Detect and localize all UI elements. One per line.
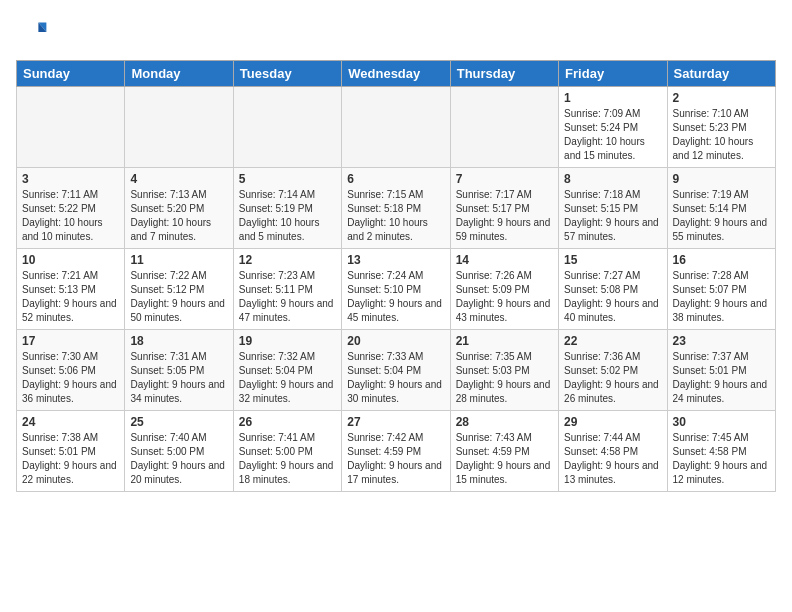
day-header: Wednesday — [342, 61, 450, 87]
day-info: Sunrise: 7:42 AM Sunset: 4:59 PM Dayligh… — [347, 431, 444, 487]
day-number: 25 — [130, 415, 227, 429]
day-number: 21 — [456, 334, 553, 348]
day-number: 26 — [239, 415, 336, 429]
day-number: 17 — [22, 334, 119, 348]
day-number: 28 — [456, 415, 553, 429]
day-info: Sunrise: 7:37 AM Sunset: 5:01 PM Dayligh… — [673, 350, 770, 406]
calendar-cell — [233, 87, 341, 168]
calendar-cell: 24Sunrise: 7:38 AM Sunset: 5:01 PM Dayli… — [17, 411, 125, 492]
calendar-cell: 17Sunrise: 7:30 AM Sunset: 5:06 PM Dayli… — [17, 330, 125, 411]
day-number: 16 — [673, 253, 770, 267]
day-info: Sunrise: 7:45 AM Sunset: 4:58 PM Dayligh… — [673, 431, 770, 487]
day-header: Tuesday — [233, 61, 341, 87]
calendar-cell: 19Sunrise: 7:32 AM Sunset: 5:04 PM Dayli… — [233, 330, 341, 411]
calendar-cell: 8Sunrise: 7:18 AM Sunset: 5:15 PM Daylig… — [559, 168, 667, 249]
day-info: Sunrise: 7:21 AM Sunset: 5:13 PM Dayligh… — [22, 269, 119, 325]
calendar-cell: 22Sunrise: 7:36 AM Sunset: 5:02 PM Dayli… — [559, 330, 667, 411]
day-info: Sunrise: 7:24 AM Sunset: 5:10 PM Dayligh… — [347, 269, 444, 325]
calendar-cell: 2Sunrise: 7:10 AM Sunset: 5:23 PM Daylig… — [667, 87, 775, 168]
day-info: Sunrise: 7:41 AM Sunset: 5:00 PM Dayligh… — [239, 431, 336, 487]
day-number: 11 — [130, 253, 227, 267]
calendar-cell: 30Sunrise: 7:45 AM Sunset: 4:58 PM Dayli… — [667, 411, 775, 492]
day-number: 2 — [673, 91, 770, 105]
day-info: Sunrise: 7:44 AM Sunset: 4:58 PM Dayligh… — [564, 431, 661, 487]
day-number: 24 — [22, 415, 119, 429]
day-number: 9 — [673, 172, 770, 186]
calendar-cell: 27Sunrise: 7:42 AM Sunset: 4:59 PM Dayli… — [342, 411, 450, 492]
day-number: 19 — [239, 334, 336, 348]
day-info: Sunrise: 7:11 AM Sunset: 5:22 PM Dayligh… — [22, 188, 119, 244]
day-number: 6 — [347, 172, 444, 186]
day-info: Sunrise: 7:26 AM Sunset: 5:09 PM Dayligh… — [456, 269, 553, 325]
day-number: 10 — [22, 253, 119, 267]
calendar-cell: 20Sunrise: 7:33 AM Sunset: 5:04 PM Dayli… — [342, 330, 450, 411]
calendar-cell: 25Sunrise: 7:40 AM Sunset: 5:00 PM Dayli… — [125, 411, 233, 492]
day-info: Sunrise: 7:14 AM Sunset: 5:19 PM Dayligh… — [239, 188, 336, 244]
day-header: Friday — [559, 61, 667, 87]
day-header: Sunday — [17, 61, 125, 87]
day-info: Sunrise: 7:32 AM Sunset: 5:04 PM Dayligh… — [239, 350, 336, 406]
day-number: 14 — [456, 253, 553, 267]
calendar-cell — [450, 87, 558, 168]
day-info: Sunrise: 7:43 AM Sunset: 4:59 PM Dayligh… — [456, 431, 553, 487]
logo-icon — [16, 16, 48, 48]
calendar-cell: 7Sunrise: 7:17 AM Sunset: 5:17 PM Daylig… — [450, 168, 558, 249]
calendar-cell: 1Sunrise: 7:09 AM Sunset: 5:24 PM Daylig… — [559, 87, 667, 168]
calendar-cell: 15Sunrise: 7:27 AM Sunset: 5:08 PM Dayli… — [559, 249, 667, 330]
day-number: 7 — [456, 172, 553, 186]
day-info: Sunrise: 7:30 AM Sunset: 5:06 PM Dayligh… — [22, 350, 119, 406]
day-header: Thursday — [450, 61, 558, 87]
day-info: Sunrise: 7:27 AM Sunset: 5:08 PM Dayligh… — [564, 269, 661, 325]
day-number: 22 — [564, 334, 661, 348]
day-info: Sunrise: 7:40 AM Sunset: 5:00 PM Dayligh… — [130, 431, 227, 487]
calendar-cell: 13Sunrise: 7:24 AM Sunset: 5:10 PM Dayli… — [342, 249, 450, 330]
day-number: 5 — [239, 172, 336, 186]
calendar-cell — [125, 87, 233, 168]
calendar-week-row: 17Sunrise: 7:30 AM Sunset: 5:06 PM Dayli… — [17, 330, 776, 411]
day-number: 20 — [347, 334, 444, 348]
day-info: Sunrise: 7:31 AM Sunset: 5:05 PM Dayligh… — [130, 350, 227, 406]
day-info: Sunrise: 7:36 AM Sunset: 5:02 PM Dayligh… — [564, 350, 661, 406]
day-number: 3 — [22, 172, 119, 186]
calendar-week-row: 10Sunrise: 7:21 AM Sunset: 5:13 PM Dayli… — [17, 249, 776, 330]
calendar-cell — [17, 87, 125, 168]
day-info: Sunrise: 7:18 AM Sunset: 5:15 PM Dayligh… — [564, 188, 661, 244]
calendar-cell: 10Sunrise: 7:21 AM Sunset: 5:13 PM Dayli… — [17, 249, 125, 330]
day-header: Monday — [125, 61, 233, 87]
calendar-week-row: 3Sunrise: 7:11 AM Sunset: 5:22 PM Daylig… — [17, 168, 776, 249]
day-info: Sunrise: 7:10 AM Sunset: 5:23 PM Dayligh… — [673, 107, 770, 163]
calendar-cell: 28Sunrise: 7:43 AM Sunset: 4:59 PM Dayli… — [450, 411, 558, 492]
day-number: 13 — [347, 253, 444, 267]
calendar-cell: 12Sunrise: 7:23 AM Sunset: 5:11 PM Dayli… — [233, 249, 341, 330]
calendar-cell: 26Sunrise: 7:41 AM Sunset: 5:00 PM Dayli… — [233, 411, 341, 492]
day-number: 30 — [673, 415, 770, 429]
day-info: Sunrise: 7:17 AM Sunset: 5:17 PM Dayligh… — [456, 188, 553, 244]
day-info: Sunrise: 7:38 AM Sunset: 5:01 PM Dayligh… — [22, 431, 119, 487]
day-info: Sunrise: 7:09 AM Sunset: 5:24 PM Dayligh… — [564, 107, 661, 163]
day-info: Sunrise: 7:13 AM Sunset: 5:20 PM Dayligh… — [130, 188, 227, 244]
day-number: 12 — [239, 253, 336, 267]
calendar-cell — [342, 87, 450, 168]
calendar-cell: 11Sunrise: 7:22 AM Sunset: 5:12 PM Dayli… — [125, 249, 233, 330]
calendar-week-row: 24Sunrise: 7:38 AM Sunset: 5:01 PM Dayli… — [17, 411, 776, 492]
day-info: Sunrise: 7:35 AM Sunset: 5:03 PM Dayligh… — [456, 350, 553, 406]
calendar-table: SundayMondayTuesdayWednesdayThursdayFrid… — [16, 60, 776, 492]
day-info: Sunrise: 7:28 AM Sunset: 5:07 PM Dayligh… — [673, 269, 770, 325]
day-number: 4 — [130, 172, 227, 186]
calendar-cell: 29Sunrise: 7:44 AM Sunset: 4:58 PM Dayli… — [559, 411, 667, 492]
day-info: Sunrise: 7:33 AM Sunset: 5:04 PM Dayligh… — [347, 350, 444, 406]
calendar-cell: 14Sunrise: 7:26 AM Sunset: 5:09 PM Dayli… — [450, 249, 558, 330]
calendar-header-row: SundayMondayTuesdayWednesdayThursdayFrid… — [17, 61, 776, 87]
calendar-cell: 5Sunrise: 7:14 AM Sunset: 5:19 PM Daylig… — [233, 168, 341, 249]
page-header — [16, 16, 776, 48]
day-number: 1 — [564, 91, 661, 105]
day-number: 29 — [564, 415, 661, 429]
day-number: 8 — [564, 172, 661, 186]
day-number: 23 — [673, 334, 770, 348]
day-info: Sunrise: 7:23 AM Sunset: 5:11 PM Dayligh… — [239, 269, 336, 325]
calendar-cell: 21Sunrise: 7:35 AM Sunset: 5:03 PM Dayli… — [450, 330, 558, 411]
calendar-cell: 23Sunrise: 7:37 AM Sunset: 5:01 PM Dayli… — [667, 330, 775, 411]
logo — [16, 16, 52, 48]
calendar-cell: 4Sunrise: 7:13 AM Sunset: 5:20 PM Daylig… — [125, 168, 233, 249]
calendar-cell: 16Sunrise: 7:28 AM Sunset: 5:07 PM Dayli… — [667, 249, 775, 330]
